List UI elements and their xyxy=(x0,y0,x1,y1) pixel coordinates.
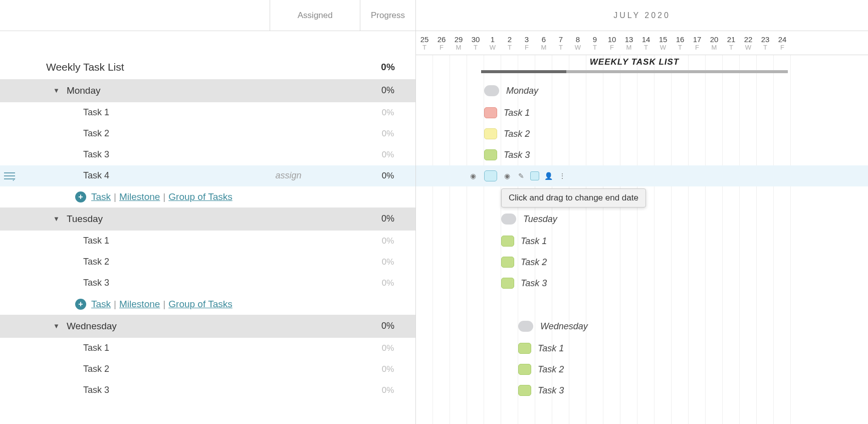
task-progress: 0% xyxy=(360,236,415,246)
day-number: 9 xyxy=(593,35,597,44)
day-pill[interactable]: Monday xyxy=(484,85,499,96)
day-number: 13 xyxy=(625,35,633,44)
day-col[interactable]: 6M xyxy=(535,31,552,55)
day-col[interactable]: 10F xyxy=(603,31,620,55)
day-of-week: T xyxy=(593,44,597,51)
task-row[interactable]: Task 1 0% xyxy=(0,102,415,123)
day-pill[interactable]: Tuesday xyxy=(501,214,516,225)
project-bar-label: WEEKLY TASK LIST xyxy=(590,57,679,67)
task-bar[interactable]: Task 3 xyxy=(518,385,531,396)
add-icon[interactable]: + xyxy=(75,191,86,202)
day-col[interactable]: 20M xyxy=(706,31,723,55)
task-bar-label: Task 2 xyxy=(504,129,530,139)
add-task-link[interactable]: Task xyxy=(91,191,111,202)
add-group-link[interactable]: Group of Tasks xyxy=(168,299,232,310)
add-row: + Task | Milestone | Group of Tasks xyxy=(0,294,415,315)
add-group-link[interactable]: Group of Tasks xyxy=(168,191,232,202)
task-row[interactable]: Task 3 0% xyxy=(0,144,415,165)
day-col[interactable]: 7T xyxy=(552,31,569,55)
task-row[interactable]: Task 1 0% xyxy=(0,231,415,252)
task-bar[interactable]: Task 2 xyxy=(484,128,497,139)
task-row[interactable]: Task 2 0% xyxy=(0,359,415,380)
day-col[interactable]: 3F xyxy=(518,31,535,55)
task-bar[interactable]: Task 3 xyxy=(501,278,514,289)
more-dots-icon[interactable]: ⋮ xyxy=(557,171,567,181)
day-col[interactable]: 17F xyxy=(689,31,706,55)
task-row[interactable]: Task 2 0% xyxy=(0,123,415,144)
day-col[interactable]: 8W xyxy=(569,31,586,55)
day-group-row[interactable]: ▼Tuesday 0% xyxy=(0,207,415,231)
task-bar-label: Task 1 xyxy=(521,236,547,247)
day-of-week: M xyxy=(626,44,632,51)
day-col[interactable]: 29M xyxy=(450,31,467,55)
caret-down-icon[interactable]: ▼ xyxy=(53,322,60,330)
day-col[interactable]: 23T xyxy=(757,31,774,55)
day-group-progress: 0% xyxy=(360,321,415,331)
add-milestone-link[interactable]: Milestone xyxy=(119,299,160,310)
task-bar[interactable]: Task 2 xyxy=(518,364,531,375)
task-bar[interactable]: Task 1 xyxy=(501,236,514,247)
day-group-name: Monday xyxy=(67,85,101,96)
day-number: 20 xyxy=(710,35,719,44)
day-group-row[interactable]: ▼Wednesday 0% xyxy=(0,315,415,338)
task-bar[interactable]: Task 2 xyxy=(501,257,514,268)
day-number: 6 xyxy=(542,35,546,44)
assign-placeholder[interactable]: assign xyxy=(275,170,301,181)
project-bar[interactable]: WEEKLY TASK LIST xyxy=(481,70,788,73)
day-col[interactable]: 1W xyxy=(484,31,501,55)
task-bar[interactable]: Task 1 xyxy=(484,107,497,118)
gantt-add-row: Click and drag to change end date xyxy=(416,186,868,207)
day-col[interactable]: 25T xyxy=(416,31,433,55)
task-progress: 0% xyxy=(360,257,415,267)
task-bar[interactable]: Task 3 xyxy=(484,149,497,160)
task-row[interactable]: Task 3 0% xyxy=(0,380,415,401)
project-row[interactable]: Weekly Task List 0% xyxy=(0,55,415,79)
caret-down-icon[interactable]: ▼ xyxy=(53,215,60,223)
add-task-link[interactable]: Task xyxy=(91,299,111,310)
day-col[interactable]: 22W xyxy=(740,31,757,55)
day-group-row[interactable]: ▼Monday 0% xyxy=(0,79,415,102)
day-col[interactable]: 21T xyxy=(723,31,740,55)
task-row[interactable]: Task 1 0% xyxy=(0,338,415,359)
edit-pencil-icon[interactable]: ✎ xyxy=(516,171,526,181)
task-bar-selected[interactable] xyxy=(484,170,497,181)
color-swatch-icon[interactable] xyxy=(530,171,539,180)
day-of-week: T xyxy=(508,44,512,51)
day-of-week: F xyxy=(780,44,784,51)
assign-person-icon[interactable]: 👤 xyxy=(543,171,553,181)
task-bar[interactable]: Task 1 xyxy=(518,343,531,354)
gantt-project-row: WEEKLY TASK LIST xyxy=(416,55,868,79)
day-pill[interactable]: Wednesday xyxy=(518,321,533,332)
day-col[interactable]: 30T xyxy=(467,31,484,55)
day-col[interactable]: 2T xyxy=(501,31,518,55)
gantt-task-row: Task 3 xyxy=(416,144,868,165)
task-name: Task 1 xyxy=(83,107,109,118)
day-col[interactable]: 16T xyxy=(672,31,689,55)
task-name: Task 3 xyxy=(83,385,109,395)
task-row-selected[interactable]: Task 4 assign 0% xyxy=(0,165,415,186)
add-milestone-link[interactable]: Milestone xyxy=(119,191,160,202)
drag-end-handle-icon[interactable]: ◉ xyxy=(502,171,512,181)
day-of-week: M xyxy=(712,44,717,51)
caret-down-icon[interactable]: ▼ xyxy=(53,87,60,94)
header-assigned-col: Assigned xyxy=(270,0,360,31)
day-number: 14 xyxy=(642,35,650,44)
day-of-week: W xyxy=(575,44,581,51)
gantt-task-row: Task 3 xyxy=(416,380,868,401)
day-number: 7 xyxy=(559,35,563,44)
day-col[interactable]: 26F xyxy=(433,31,450,55)
gantt-task-row: Task 3 xyxy=(416,273,868,294)
day-col[interactable]: 15W xyxy=(655,31,672,55)
drag-start-handle-icon[interactable]: ◉ xyxy=(468,171,478,181)
task-bar-label: Task 1 xyxy=(504,108,530,118)
day-number: 16 xyxy=(676,35,685,44)
day-number: 10 xyxy=(608,35,616,44)
day-col[interactable]: 14T xyxy=(637,31,655,55)
task-list-rows: Weekly Task List 0% ▼Monday 0% Task 1 0%… xyxy=(0,31,415,424)
add-icon[interactable]: + xyxy=(75,299,86,310)
task-row[interactable]: Task 2 0% xyxy=(0,252,415,273)
task-row[interactable]: Task 3 0% xyxy=(0,273,415,294)
day-col[interactable]: 13M xyxy=(620,31,637,55)
day-col[interactable]: 9T xyxy=(586,31,603,55)
day-col[interactable]: 24F xyxy=(774,31,791,55)
